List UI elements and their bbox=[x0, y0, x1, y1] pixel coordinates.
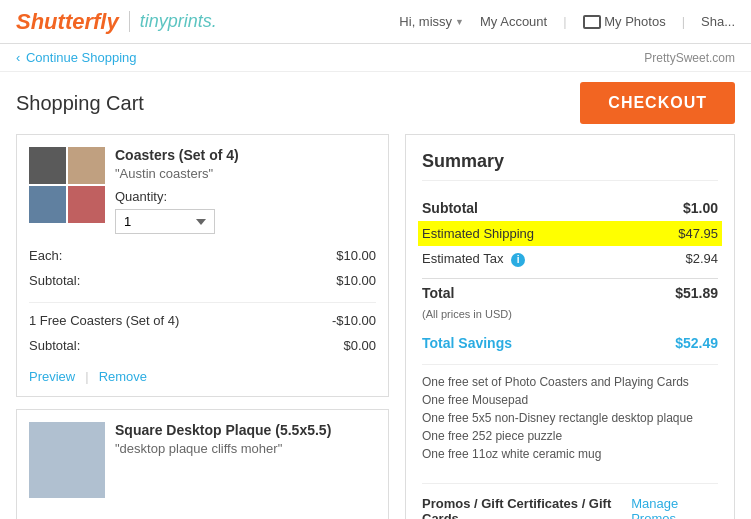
item-1-subtotal-price: $10.00 bbox=[336, 273, 376, 288]
item-1-subtitle: "Austin coasters" bbox=[115, 166, 376, 181]
item-1-free-subtotal-price: $0.00 bbox=[343, 338, 376, 353]
item-image-1a bbox=[29, 147, 66, 184]
user-greeting: Hi, missy ▼ bbox=[399, 14, 464, 29]
promos-section: Promos / Gift Certificates / Gift Cards … bbox=[422, 483, 718, 519]
header-nav: Hi, missy ▼ My Account | My Photos | Sha… bbox=[399, 14, 735, 30]
item-2-subtitle: "desktop plaque cliffs moher" bbox=[115, 441, 376, 456]
tax-info-icon[interactable]: i bbox=[511, 253, 525, 267]
promos-label: Promos / Gift Certificates / Gift Cards bbox=[422, 496, 631, 519]
my-photos-link[interactable]: My Photos bbox=[583, 14, 666, 30]
item-1-free-row: 1 Free Coasters (Set of 4) -$10.00 bbox=[29, 302, 376, 332]
tinyprints-logo[interactable]: tinyprints. bbox=[129, 11, 217, 32]
photos-icon bbox=[583, 15, 601, 29]
summary-total-label: Total bbox=[422, 285, 454, 301]
item-1-name: Coasters (Set of 4) bbox=[115, 147, 376, 163]
item-1-each-label: Each: bbox=[29, 248, 62, 263]
item-1-each-price: $10.00 bbox=[336, 248, 376, 263]
item-1-free-price: -$10.00 bbox=[332, 313, 376, 328]
item-1-subtotal-row: Subtotal: $10.00 bbox=[29, 269, 376, 292]
item-1-free-label: 1 Free Coasters (Set of 4) bbox=[29, 313, 179, 328]
item-2-images bbox=[29, 422, 105, 498]
my-account-link[interactable]: My Account bbox=[480, 14, 547, 29]
item-2-info: Square Desktop Plaque (5.5x5.5) "desktop… bbox=[115, 422, 376, 498]
summary-total-usd: (All prices in USD) bbox=[422, 306, 718, 322]
summary-panel: Summary Subtotal $1.00 Estimated Shippin… bbox=[405, 134, 735, 519]
summary-savings-label: Total Savings bbox=[422, 335, 512, 351]
manage-promos-link[interactable]: Manage Promos bbox=[631, 496, 718, 519]
free-item-1: One free Mousepad bbox=[422, 391, 718, 409]
summary-tax-label: Estimated Tax bbox=[422, 251, 503, 266]
summary-subtotal-label: Subtotal bbox=[422, 200, 478, 216]
summary-shipping-value: $47.95 bbox=[678, 226, 718, 241]
continue-shopping-label: Continue Shopping bbox=[26, 50, 137, 65]
item-1-actions: Preview | Remove bbox=[29, 369, 376, 384]
summary-subtotal-value: $1.00 bbox=[683, 200, 718, 216]
cart-item-2: Square Desktop Plaque (5.5x5.5) "desktop… bbox=[16, 409, 389, 519]
summary-shipping-label: Estimated Shipping bbox=[422, 226, 534, 241]
greeting-text: Hi, missy bbox=[399, 14, 452, 29]
summary-savings-row: Total Savings $52.49 bbox=[422, 330, 718, 356]
continue-shopping-link[interactable]: ‹ Continue Shopping bbox=[16, 50, 137, 65]
action-separator: | bbox=[85, 369, 88, 384]
summary-tax-value: $2.94 bbox=[685, 251, 718, 267]
free-item-0: One free set of Photo Coasters and Playi… bbox=[422, 373, 718, 391]
share-link[interactable]: Sha... bbox=[701, 14, 735, 29]
promos-header: Promos / Gift Certificates / Gift Cards … bbox=[422, 496, 718, 519]
my-photos-label: My Photos bbox=[604, 14, 665, 29]
page-title: Shopping Cart bbox=[16, 92, 580, 115]
item-1-info: Coasters (Set of 4) "Austin coasters" Qu… bbox=[115, 147, 376, 234]
separator-1: | bbox=[563, 14, 566, 29]
page-title-row: Shopping Cart CHECKOUT bbox=[0, 72, 751, 134]
back-arrow-icon: ‹ bbox=[16, 50, 20, 65]
cart-item-1: Coasters (Set of 4) "Austin coasters" Qu… bbox=[16, 134, 389, 397]
item-image-1b bbox=[68, 147, 105, 184]
item-1-preview-link[interactable]: Preview bbox=[29, 369, 75, 384]
site-header: Shutterfly tinyprints. Hi, missy ▼ My Ac… bbox=[0, 0, 751, 44]
summary-subtotal-row: Subtotal $1.00 bbox=[422, 195, 718, 221]
summary-tax-label-container: Estimated Tax i bbox=[422, 251, 525, 267]
summary-total-value: $51.89 bbox=[675, 285, 718, 301]
item-image-1c bbox=[29, 186, 66, 223]
summary-tax-row: Estimated Tax i $2.94 bbox=[422, 246, 718, 272]
separator-2: | bbox=[682, 14, 685, 29]
summary-shipping-row: Estimated Shipping $47.95 bbox=[418, 221, 722, 246]
item-2-header: Square Desktop Plaque (5.5x5.5) "desktop… bbox=[29, 422, 376, 498]
item-1-pricing: Each: $10.00 Subtotal: $10.00 1 Free Coa… bbox=[29, 244, 376, 357]
main-content: Coasters (Set of 4) "Austin coasters" Qu… bbox=[0, 134, 751, 519]
free-item-3: One free 252 piece puzzle bbox=[422, 427, 718, 445]
item-1-free-subtotal-row: Subtotal: $0.00 bbox=[29, 334, 376, 357]
item-1-each-row: Each: $10.00 bbox=[29, 244, 376, 267]
item-1-quantity-select[interactable]: 1 2 3 4 bbox=[115, 209, 215, 234]
item-2-name: Square Desktop Plaque (5.5x5.5) bbox=[115, 422, 376, 438]
item-2-image bbox=[29, 422, 105, 498]
user-dropdown-icon[interactable]: ▼ bbox=[455, 17, 464, 27]
item-1-quantity-label: Quantity: bbox=[115, 189, 376, 204]
free-item-2: One free 5x5 non-Disney rectangle deskto… bbox=[422, 409, 718, 427]
shutterfly-logo[interactable]: Shutterfly bbox=[16, 9, 119, 35]
item-1-subtotal-label: Subtotal: bbox=[29, 273, 80, 288]
cart-items-panel: Coasters (Set of 4) "Austin coasters" Qu… bbox=[16, 134, 389, 519]
summary-savings-value: $52.49 bbox=[675, 335, 718, 351]
pretty-sweet-text: PrettySweet.com bbox=[644, 51, 735, 65]
item-1-header: Coasters (Set of 4) "Austin coasters" Qu… bbox=[29, 147, 376, 234]
free-item-4: One free 11oz white ceramic mug bbox=[422, 445, 718, 463]
item-1-remove-link[interactable]: Remove bbox=[99, 369, 147, 384]
item-1-free-subtotal-label: Subtotal: bbox=[29, 338, 80, 353]
checkout-button[interactable]: CHECKOUT bbox=[580, 82, 735, 124]
free-items-list: One free set of Photo Coasters and Playi… bbox=[422, 364, 718, 471]
summary-total-row: Total $51.89 bbox=[422, 278, 718, 306]
item-image-1d bbox=[68, 186, 105, 223]
summary-title: Summary bbox=[422, 151, 718, 181]
sub-header: ‹ Continue Shopping PrettySweet.com bbox=[0, 44, 751, 72]
item-1-images bbox=[29, 147, 105, 223]
